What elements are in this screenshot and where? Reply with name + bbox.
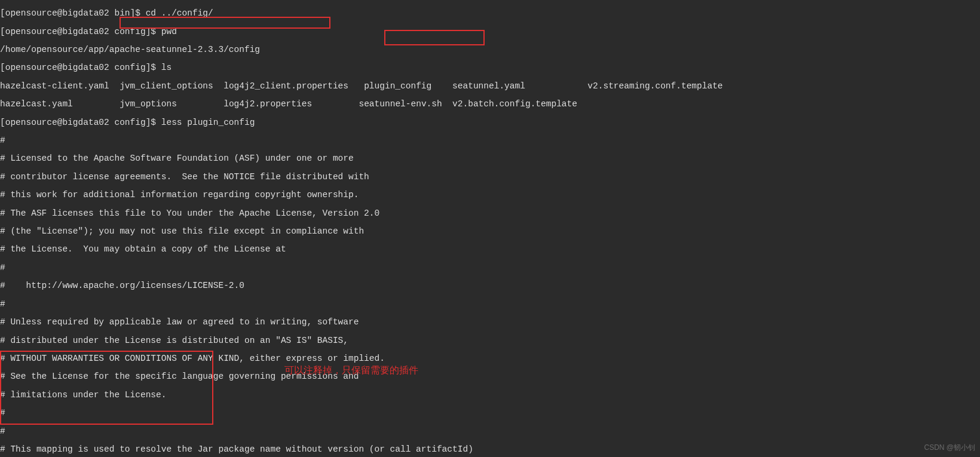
prompt: [opensource@bigdata02 config]$ [0, 118, 161, 127]
ls-item: jvm_options [120, 99, 177, 109]
file-line: # http://www.apache.org/licenses/LICENSE… [0, 281, 980, 290]
command-ls: ls [161, 63, 172, 72]
file-line: # [0, 300, 980, 309]
file-line: # This mapping is used to resolve the Ja… [0, 445, 980, 454]
file-line: # distributed under the License is distr… [0, 336, 980, 345]
file-line: # Licensed to the Apache Software Founda… [0, 154, 980, 163]
ls-item: plugin_config [359, 81, 437, 91]
file-line: # this work for additional information r… [0, 191, 980, 200]
file-line: # The ASF licenses this file to You unde… [0, 209, 980, 218]
file-line: # [0, 136, 980, 145]
highlight-box-path [120, 17, 330, 29]
ls-item: v2.batch.config.template [452, 99, 577, 109]
highlight-box-connectors [0, 351, 213, 425]
annotation-note: 可以注释掉，只保留需要的插件 [284, 366, 418, 375]
file-line: # the License. You may obtain a copy of … [0, 245, 980, 254]
pwd-output-path: apache-seatunnel-2.3.3/config [109, 45, 260, 54]
ls-item: log4j2.properties [223, 99, 312, 109]
ls-item: v2.streaming.conf.template [587, 81, 722, 91]
file-line: # (the "License"); you may not use this … [0, 227, 980, 236]
file-line: # contributor license agreements. See th… [0, 173, 980, 182]
file-line: # Unless required by applicable law or a… [0, 318, 980, 327]
ls-item: log4j2_client.properties [223, 81, 348, 91]
command-less: less plugin_config [161, 118, 255, 127]
pwd-output-prefix: /home/opensource/app/ [0, 45, 109, 54]
file-line: # [0, 263, 980, 272]
prompt: [opensource@bigdata02 config]$ [0, 63, 161, 72]
highlight-box-plugin-config [384, 30, 485, 45]
ls-item: seatunnel.yaml [452, 81, 525, 91]
ls-item: jvm_client_options [120, 81, 213, 91]
watermark: CSDN @韧小钊 [924, 443, 975, 452]
ls-item: hazelcast.yaml [0, 99, 73, 109]
ls-item: hazelcast-client.yaml [0, 81, 109, 91]
file-line: # [0, 427, 980, 436]
ls-item: seatunnel-env.sh [359, 99, 442, 109]
